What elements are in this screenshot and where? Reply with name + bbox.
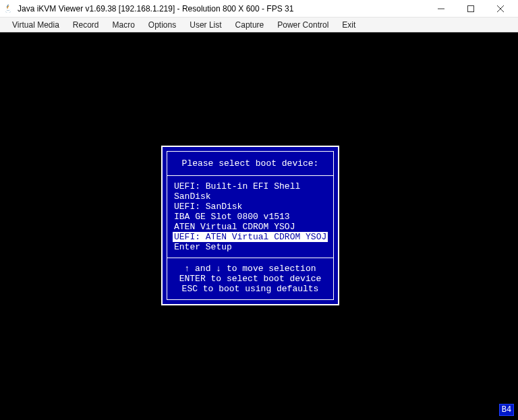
minimize-button[interactable] <box>426 0 456 18</box>
boot-device-item[interactable]: SanDisk <box>173 191 328 202</box>
window-title: Java iKVM Viewer v1.69.38 [192.168.1.219… <box>18 4 293 13</box>
menu-macro[interactable]: Macro <box>106 19 142 31</box>
boot-device-list: UEFI: Built-in EFI Shell SanDisk UEFI: S… <box>173 181 328 252</box>
menu-record[interactable]: Record <box>66 19 106 31</box>
boot-device-item[interactable]: Enter Setup <box>173 242 328 252</box>
boot-dialog-title: Please select boot device: <box>173 158 328 169</box>
boot-device-item[interactable]: IBA GE Slot 0800 v1513 <box>173 212 328 222</box>
status-badge: B4 <box>499 404 514 416</box>
menu-exit[interactable]: Exit <box>335 19 362 31</box>
boot-device-inner: Please select boot device: UEFI: Built-i… <box>167 151 334 300</box>
menu-capture[interactable]: Capture <box>229 19 271 31</box>
menu-user-list[interactable]: User List <box>183 19 228 31</box>
hint-line: ↑ and ↓ to move selection <box>173 264 328 274</box>
java-icon <box>3 3 13 14</box>
boot-device-item-selected[interactable]: UEFI: ATEN Virtual CDROM YSOJ <box>173 232 328 242</box>
boot-hints: ↑ and ↓ to move selection ENTER to selec… <box>173 264 328 294</box>
boot-device-item[interactable]: UEFI: SanDisk <box>173 202 328 212</box>
menu-virtual-media[interactable]: Virtual Media <box>5 19 66 31</box>
divider <box>167 175 333 176</box>
menu-options[interactable]: Options <box>142 19 183 31</box>
divider <box>167 258 333 258</box>
close-button[interactable] <box>486 0 515 18</box>
hint-line: ESC to boot using defaults <box>173 284 328 294</box>
svg-rect-1 <box>468 5 474 11</box>
boot-device-item[interactable]: UEFI: Built-in EFI Shell <box>173 181 328 191</box>
menubar: Virtual Media Record Macro Options User … <box>0 18 518 32</box>
menu-power-control[interactable]: Power Control <box>270 19 335 31</box>
remote-screen[interactable]: Please select boot device: UEFI: Built-i… <box>0 32 518 420</box>
maximize-button[interactable] <box>456 0 486 18</box>
hint-line: ENTER to select boot device <box>173 274 328 284</box>
boot-device-dialog: Please select boot device: UEFI: Built-i… <box>161 146 339 305</box>
boot-device-item[interactable]: ATEN Virtual CDROM YSOJ <box>173 222 328 232</box>
titlebar: Java iKVM Viewer v1.69.38 [192.168.1.219… <box>0 0 518 18</box>
